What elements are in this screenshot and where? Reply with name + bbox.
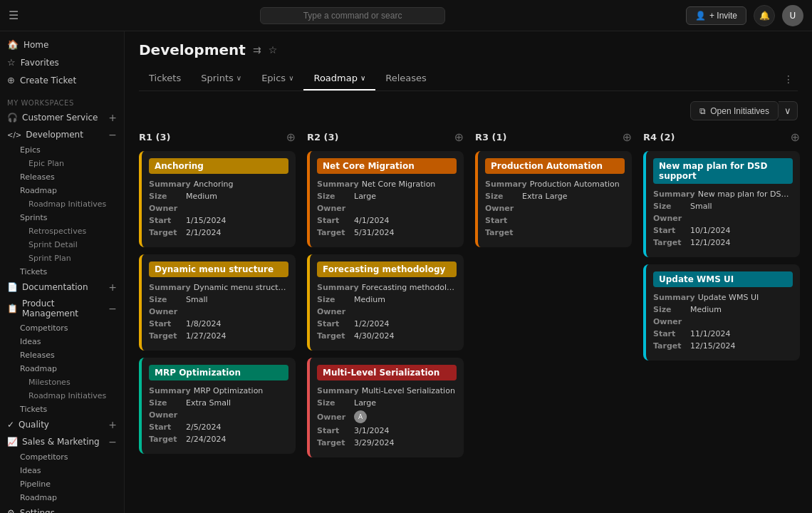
- search-input[interactable]: [260, 7, 445, 24]
- card-anchoring[interactable]: Anchoring SummaryAnchoring SizeMedium Ow…: [139, 151, 296, 247]
- card-update-wms[interactable]: Update WMS UI SummaryUpdate WMS UI SizeM…: [643, 264, 800, 361]
- sidebar-sub-sprints[interactable]: Sprints: [0, 211, 124, 224]
- card-dynamic-menu-title: Dynamic menu structure: [149, 261, 288, 277]
- column-r2: R2 (3) ⊕ Net Core Migration SummaryNet C…: [307, 130, 464, 465]
- column-r2-add-icon[interactable]: ⊕: [454, 130, 464, 144]
- sidebar-sub-ideas-pm[interactable]: Ideas: [0, 335, 124, 348]
- column-r2-title: R2 (3): [307, 132, 339, 142]
- column-r1-header: R1 (3) ⊕: [139, 130, 296, 144]
- doc-icon: 📄: [7, 282, 18, 292]
- card-net-core[interactable]: Net Core Migration SummaryNet Core Migra…: [307, 151, 464, 247]
- column-r2-header: R2 (3) ⊕: [307, 130, 464, 144]
- sidebar-sub-roadmap-initiatives-pm[interactable]: Roadmap Initiatives: [0, 389, 124, 403]
- card-new-map-title: New map plan for DSD support: [653, 158, 793, 184]
- customer-service-add-icon[interactable]: +: [108, 112, 117, 123]
- sidebar-item-customer-service[interactable]: 🎧 Customer Service +: [0, 109, 124, 126]
- sidebar-item-sales-marketing[interactable]: 📈 Sales & Marketing −: [0, 433, 124, 450]
- sidebar-sub-tickets-pm[interactable]: Tickets: [0, 403, 124, 416]
- sidebar: 🏠 Home ☆ Favorites ⊕ Create Ticket My Wo…: [0, 31, 125, 513]
- tab-tickets[interactable]: Tickets: [139, 67, 191, 90]
- owner-avatar: A: [354, 410, 367, 423]
- column-r4-header: R4 (2) ⊕: [643, 130, 800, 144]
- menu-icon[interactable]: ☰: [9, 9, 19, 22]
- card-forecasting[interactable]: Forecasting methodology SummaryForecasti…: [307, 254, 464, 351]
- sidebar-sub-milestones[interactable]: Milestones: [0, 375, 124, 389]
- column-r3-add-icon[interactable]: ⊕: [623, 130, 632, 144]
- sidebar-sub-competitors-pm[interactable]: Competitors: [0, 321, 124, 335]
- sidebar-sub-pipeline[interactable]: Pipeline: [0, 477, 124, 491]
- roadmap-toolbar: ⧉ Open Initiatives ∨: [139, 101, 798, 120]
- documentation-add-icon[interactable]: +: [108, 281, 117, 293]
- home-icon: 🏠: [7, 39, 19, 50]
- star-icon[interactable]: ☆: [269, 44, 278, 56]
- sidebar-sub-ideas-sm[interactable]: Ideas: [0, 464, 124, 477]
- invite-button[interactable]: 👤 + Invite: [686, 6, 746, 25]
- sidebar-item-development[interactable]: </> Development −: [0, 126, 124, 143]
- tab-sprints[interactable]: Sprints ∨: [191, 67, 251, 90]
- tabs: Tickets Sprints ∨ Epics ∨ Roadmap ∨ Rele…: [139, 67, 437, 90]
- tab-releases[interactable]: Releases: [375, 67, 437, 90]
- sidebar-item-home[interactable]: 🏠 Home: [0, 36, 124, 53]
- card-dynamic-menu[interactable]: Dynamic menu structure SummaryDynamic me…: [139, 254, 296, 351]
- sidebar-sub-epic-plan[interactable]: Epic Plan: [0, 157, 124, 170]
- card-wms-title: Update WMS UI: [653, 271, 793, 287]
- card-net-core-title: Net Core Migration: [317, 158, 457, 174]
- topbar-right: 👤 + Invite 🔔 U: [686, 5, 803, 26]
- sidebar-sub-retrospectives[interactable]: Retrospectives: [0, 224, 124, 238]
- column-r1-add-icon[interactable]: ⊕: [286, 130, 296, 144]
- card-mrp-title: MRP Optimization: [149, 365, 288, 380]
- sidebar-sub-releases[interactable]: Releases: [0, 170, 124, 184]
- tab-roadmap[interactable]: Roadmap ∨: [303, 67, 375, 90]
- page-title: Development: [139, 41, 246, 58]
- sidebar-sub-roadmap-initiatives[interactable]: Roadmap Initiatives: [0, 197, 124, 211]
- filter-button-group: ⧉ Open Initiatives ∨: [690, 101, 798, 120]
- notification-button[interactable]: 🔔: [754, 5, 775, 26]
- sales-icon: 📈: [7, 437, 18, 447]
- share-icon[interactable]: ⇉: [253, 44, 261, 56]
- sidebar-sub-competitors-sm[interactable]: Competitors: [0, 450, 124, 464]
- sidebar-sub-roadmap-sm[interactable]: Roadmap: [0, 491, 124, 504]
- card-production-title: Production Automation: [485, 158, 625, 174]
- sidebar-sub-roadmap-pm[interactable]: Roadmap: [0, 362, 124, 375]
- sidebar-item-documentation[interactable]: 📄 Documentation +: [0, 279, 124, 296]
- product-management-collapse-icon[interactable]: −: [108, 303, 117, 314]
- sidebar-sub-sprint-detail[interactable]: Sprint Detail: [0, 238, 124, 252]
- card-new-map-plan[interactable]: New map plan for DSD support SummaryNew …: [643, 151, 800, 257]
- user-avatar[interactable]: U: [782, 5, 803, 26]
- roadmap-content: ⧉ Open Initiatives ∨ R1 (3) ⊕ Anchoring: [125, 91, 812, 513]
- sidebar-sub-roadmap[interactable]: Roadmap: [0, 184, 124, 197]
- column-r3: R3 (1) ⊕ Production Automation SummaryPr…: [475, 130, 632, 465]
- sales-collapse-icon[interactable]: −: [108, 436, 117, 447]
- sidebar-sub-tickets-dev[interactable]: Tickets: [0, 265, 124, 279]
- card-mrp-optimization[interactable]: MRP Optimization SummaryMRP Optimization…: [139, 358, 296, 454]
- roadmap-columns: R1 (3) ⊕ Anchoring SummaryAnchoring Size…: [139, 130, 800, 465]
- column-r4: R4 (2) ⊕ New map plan for DSD support Su…: [643, 130, 800, 465]
- column-r3-title: R3 (1): [475, 132, 507, 142]
- tab-epics[interactable]: Epics ∨: [251, 67, 303, 90]
- filter-icon: ⧉: [699, 106, 706, 116]
- filter-dropdown-arrow[interactable]: ∨: [779, 101, 798, 120]
- sidebar-sub-sprint-plan[interactable]: Sprint Plan: [0, 252, 124, 265]
- product-icon: 📋: [7, 304, 18, 314]
- sidebar-item-favorites[interactable]: ☆ Favorites: [0, 53, 124, 71]
- my-workspaces-label: My Workspaces: [0, 93, 124, 109]
- sidebar-sub-epics[interactable]: Epics: [0, 143, 124, 157]
- column-r4-add-icon[interactable]: ⊕: [791, 130, 800, 144]
- sidebar-sub-releases-pm[interactable]: Releases: [0, 348, 124, 362]
- content-area: Development ⇉ ☆ Tickets Sprints ∨ Epics …: [125, 31, 812, 513]
- sidebar-item-create-ticket[interactable]: ⊕ Create Ticket: [0, 71, 124, 89]
- more-options-icon[interactable]: ⋮: [779, 68, 798, 90]
- card-production-automation[interactable]: Production Automation SummaryProduction …: [475, 151, 632, 247]
- filter-open-initiatives-button[interactable]: ⧉ Open Initiatives: [690, 101, 779, 120]
- bell-icon: 🔔: [759, 11, 770, 21]
- page-title-row: Development ⇉ ☆: [139, 41, 798, 58]
- main-layout: 🏠 Home ☆ Favorites ⊕ Create Ticket My Wo…: [0, 31, 812, 513]
- settings-icon: ⚙: [7, 508, 15, 513]
- sidebar-item-settings[interactable]: ⚙ Settings: [0, 504, 124, 513]
- sidebar-item-product-management[interactable]: 📋 Product Management −: [0, 296, 124, 321]
- content-header: Development ⇉ ☆ Tickets Sprints ∨ Epics …: [125, 31, 812, 91]
- card-multi-level[interactable]: Multi-Level Serialization SummaryMulti-L…: [307, 358, 464, 457]
- sidebar-item-quality[interactable]: ✓ Quality +: [0, 416, 124, 433]
- development-collapse-icon[interactable]: −: [108, 129, 117, 140]
- quality-add-icon[interactable]: +: [108, 419, 117, 430]
